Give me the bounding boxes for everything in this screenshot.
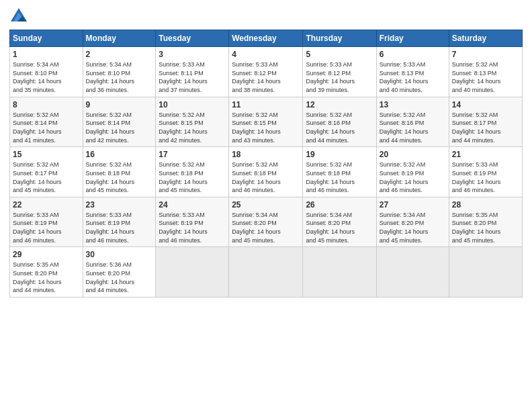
calendar-week-2: 8Sunrise: 5:32 AM Sunset: 8:14 PM Daylig… [10,97,523,147]
day-number: 11 [232,99,300,110]
day-info: Sunrise: 5:35 AM Sunset: 8:20 PM Dayligh… [452,211,519,244]
calendar-cell [376,247,449,298]
day-number: 23 [86,199,153,210]
day-number: 2 [86,49,153,60]
calendar-cell [303,247,376,298]
day-number: 25 [232,199,300,210]
calendar-cell: 26Sunrise: 5:34 AM Sunset: 8:20 PM Dayli… [303,197,376,247]
day-number: 8 [13,99,80,110]
day-info: Sunrise: 5:32 AM Sunset: 8:16 PM Dayligh… [306,111,373,144]
day-number: 3 [159,49,226,60]
calendar-cell: 13Sunrise: 5:32 AM Sunset: 8:16 PM Dayli… [376,97,449,147]
day-info: Sunrise: 5:32 AM Sunset: 8:14 PM Dayligh… [13,111,80,144]
header [9,7,523,26]
calendar-week-1: 1Sunrise: 5:34 AM Sunset: 8:10 PM Daylig… [10,47,523,97]
day-info: Sunrise: 5:32 AM Sunset: 8:19 PM Dayligh… [380,161,446,194]
calendar-cell [156,247,229,298]
day-number: 7 [452,49,519,60]
calendar-cell: 30Sunrise: 5:36 AM Sunset: 8:20 PM Dayli… [83,247,156,298]
day-number: 6 [380,49,446,60]
col-thursday: Thursday [303,30,376,47]
day-number: 21 [452,149,519,160]
day-number: 10 [159,99,226,110]
calendar-cell: 7Sunrise: 5:32 AM Sunset: 8:13 PM Daylig… [449,47,522,97]
calendar-cell [449,247,522,298]
calendar-week-3: 15Sunrise: 5:32 AM Sunset: 8:17 PM Dayli… [10,147,523,197]
calendar-cell: 24Sunrise: 5:33 AM Sunset: 8:19 PM Dayli… [156,197,229,247]
day-number: 12 [306,99,373,110]
day-info: Sunrise: 5:33 AM Sunset: 8:12 PM Dayligh… [306,60,373,94]
calendar-cell: 3Sunrise: 5:33 AM Sunset: 8:11 PM Daylig… [156,47,229,97]
day-number: 17 [159,149,226,160]
logo [9,7,31,26]
calendar-cell: 12Sunrise: 5:32 AM Sunset: 8:16 PM Dayli… [303,97,376,147]
day-info: Sunrise: 5:33 AM Sunset: 8:19 PM Dayligh… [13,211,80,244]
day-info: Sunrise: 5:34 AM Sunset: 8:20 PM Dayligh… [232,211,300,244]
day-info: Sunrise: 5:33 AM Sunset: 8:11 PM Dayligh… [159,60,226,94]
calendar-cell: 6Sunrise: 5:33 AM Sunset: 8:13 PM Daylig… [376,47,449,97]
calendar-cell: 17Sunrise: 5:32 AM Sunset: 8:18 PM Dayli… [156,147,229,197]
day-number: 9 [86,99,153,110]
calendar-cell: 25Sunrise: 5:34 AM Sunset: 8:20 PM Dayli… [229,197,303,247]
day-number: 29 [13,249,80,260]
day-info: Sunrise: 5:33 AM Sunset: 8:13 PM Dayligh… [380,60,446,94]
day-number: 22 [13,199,80,210]
calendar-cell: 18Sunrise: 5:32 AM Sunset: 8:18 PM Dayli… [229,147,303,197]
calendar-cell: 22Sunrise: 5:33 AM Sunset: 8:19 PM Dayli… [10,197,83,247]
day-info: Sunrise: 5:34 AM Sunset: 8:10 PM Dayligh… [13,60,80,94]
day-info: Sunrise: 5:32 AM Sunset: 8:17 PM Dayligh… [452,111,519,144]
day-number: 18 [232,149,300,160]
calendar-cell: 4Sunrise: 5:33 AM Sunset: 8:12 PM Daylig… [229,47,303,97]
logo-icon [9,7,28,26]
calendar-cell [229,247,303,298]
day-info: Sunrise: 5:32 AM Sunset: 8:15 PM Dayligh… [159,111,226,144]
calendar-cell: 11Sunrise: 5:32 AM Sunset: 8:15 PM Dayli… [229,97,303,147]
calendar-week-5: 29Sunrise: 5:35 AM Sunset: 8:20 PM Dayli… [10,247,523,298]
day-info: Sunrise: 5:34 AM Sunset: 8:20 PM Dayligh… [380,211,446,244]
calendar-week-4: 22Sunrise: 5:33 AM Sunset: 8:19 PM Dayli… [10,197,523,247]
calendar-cell: 21Sunrise: 5:33 AM Sunset: 8:19 PM Dayli… [449,147,522,197]
day-info: Sunrise: 5:32 AM Sunset: 8:16 PM Dayligh… [380,111,446,144]
calendar-cell: 23Sunrise: 5:33 AM Sunset: 8:19 PM Dayli… [83,197,156,247]
col-sunday: Sunday [10,30,83,47]
col-friday: Friday [376,30,449,47]
day-info: Sunrise: 5:35 AM Sunset: 8:20 PM Dayligh… [13,261,80,294]
col-saturday: Saturday [449,30,522,47]
calendar-cell: 1Sunrise: 5:34 AM Sunset: 8:10 PM Daylig… [10,47,83,97]
day-number: 19 [306,149,373,160]
day-info: Sunrise: 5:36 AM Sunset: 8:20 PM Dayligh… [86,261,153,294]
day-info: Sunrise: 5:33 AM Sunset: 8:19 PM Dayligh… [159,211,226,244]
day-info: Sunrise: 5:33 AM Sunset: 8:19 PM Dayligh… [86,211,153,244]
calendar-cell: 28Sunrise: 5:35 AM Sunset: 8:20 PM Dayli… [449,197,522,247]
day-number: 24 [159,199,226,210]
day-number: 1 [13,49,80,60]
calendar-cell: 2Sunrise: 5:34 AM Sunset: 8:10 PM Daylig… [83,47,156,97]
col-wednesday: Wednesday [229,30,303,47]
calendar-table: Sunday Monday Tuesday Wednesday Thursday… [9,30,523,298]
day-number: 30 [86,249,153,260]
day-number: 5 [306,49,373,60]
calendar-cell: 15Sunrise: 5:32 AM Sunset: 8:17 PM Dayli… [10,147,83,197]
calendar-cell: 20Sunrise: 5:32 AM Sunset: 8:19 PM Dayli… [376,147,449,197]
page: Sunday Monday Tuesday Wednesday Thursday… [0,0,532,411]
day-info: Sunrise: 5:32 AM Sunset: 8:17 PM Dayligh… [13,161,80,194]
day-info: Sunrise: 5:32 AM Sunset: 8:13 PM Dayligh… [452,60,519,94]
calendar-cell: 5Sunrise: 5:33 AM Sunset: 8:12 PM Daylig… [303,47,376,97]
day-info: Sunrise: 5:34 AM Sunset: 8:10 PM Dayligh… [86,60,153,94]
day-number: 15 [13,149,80,160]
day-info: Sunrise: 5:34 AM Sunset: 8:20 PM Dayligh… [306,211,373,244]
day-number: 28 [452,199,519,210]
day-number: 26 [306,199,373,210]
day-info: Sunrise: 5:32 AM Sunset: 8:15 PM Dayligh… [232,111,300,144]
col-monday: Monday [83,30,156,47]
calendar-cell: 27Sunrise: 5:34 AM Sunset: 8:20 PM Dayli… [376,197,449,247]
calendar-cell: 16Sunrise: 5:32 AM Sunset: 8:18 PM Dayli… [83,147,156,197]
header-row: Sunday Monday Tuesday Wednesday Thursday… [10,30,523,47]
calendar-cell: 29Sunrise: 5:35 AM Sunset: 8:20 PM Dayli… [10,247,83,298]
day-number: 14 [452,99,519,110]
day-info: Sunrise: 5:33 AM Sunset: 8:19 PM Dayligh… [452,161,519,194]
day-info: Sunrise: 5:33 AM Sunset: 8:12 PM Dayligh… [232,60,300,94]
day-info: Sunrise: 5:32 AM Sunset: 8:18 PM Dayligh… [232,161,300,194]
col-tuesday: Tuesday [156,30,229,47]
calendar-cell: 10Sunrise: 5:32 AM Sunset: 8:15 PM Dayli… [156,97,229,147]
